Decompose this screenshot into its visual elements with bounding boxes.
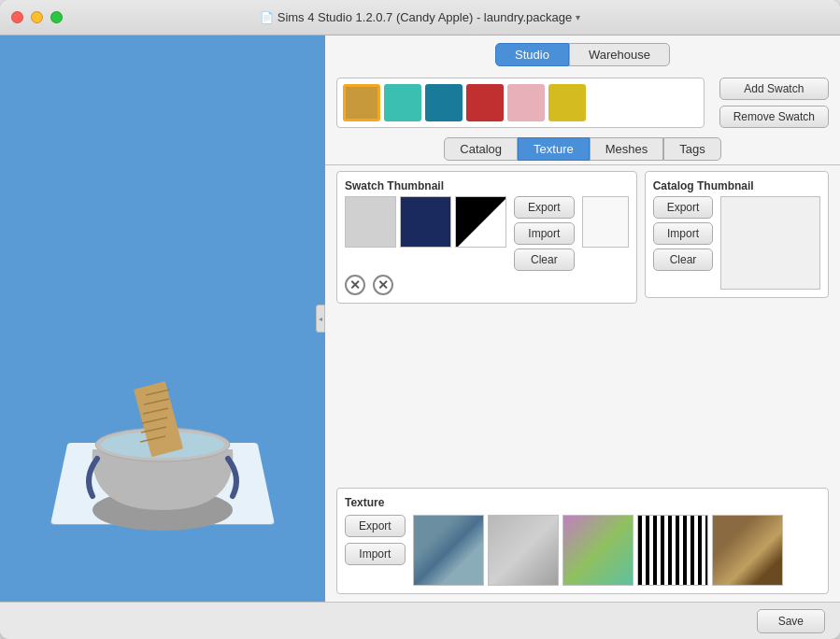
save-button[interactable]: Save [757, 609, 825, 633]
swatch-5[interactable] [507, 84, 545, 121]
right-panel: Studio Warehouse Add Swatch [325, 36, 840, 602]
tab-studio[interactable]: Studio [495, 43, 569, 66]
thumbnails-and-btns: Export Import Clear [345, 196, 629, 271]
swatch-area: Add Swatch Remove Swatch [325, 72, 840, 134]
swatch-thumbnail-title: Swatch Thumbnail [345, 179, 629, 192]
swatches-row [343, 84, 698, 121]
maximize-button[interactable] [50, 11, 63, 23]
texture-section-inner: Texture Export Import [336, 488, 829, 594]
swatch-4[interactable] [466, 84, 504, 121]
texture-tab-content: Swatch Thumbnail Export Import Clear [325, 165, 840, 488]
texture-thumb-1[interactable] [413, 515, 484, 586]
swatch-thumb-3 [455, 196, 506, 248]
texture-bottom-row: Export Import [345, 515, 820, 586]
main-content: ◂ Studio Warehouse [0, 36, 840, 602]
content-tabs: Catalog Texture Meshes Tags [325, 134, 840, 165]
swatch-import-button[interactable]: Import [514, 222, 575, 245]
remove-thumb-1-button[interactable]: ✕ [345, 275, 365, 295]
catalog-import-button[interactable]: Import [653, 222, 714, 245]
bottom-bar: Save [0, 602, 840, 639]
texture-thumbnails [413, 515, 783, 586]
swatch-thumb-2 [400, 196, 451, 248]
catalog-clear-button[interactable]: Clear [653, 248, 714, 271]
remove-swatch-button[interactable]: Remove Swatch [719, 106, 829, 128]
catalog-thumb-inner: Export Import Clear [653, 196, 820, 290]
catalog-thumbnail-box: Catalog Thumbnail Export Import Clear [645, 171, 829, 298]
texture-export-button[interactable]: Export [345, 515, 406, 537]
texture-action-buttons: Export Import [345, 515, 406, 565]
swatch-2[interactable] [384, 84, 421, 121]
preview-panel: ◂ [0, 36, 325, 602]
laundry-svg [78, 356, 247, 543]
minimize-button[interactable] [31, 11, 43, 23]
tab-meshes[interactable]: Meshes [590, 137, 664, 161]
tab-tags[interactable]: Tags [663, 137, 720, 161]
tab-texture[interactable]: Texture [518, 137, 590, 161]
window-title: 📄 Sims 4 Studio 1.2.0.7 (Candy Apple) - … [260, 10, 581, 24]
add-swatch-button[interactable]: Add Swatch [719, 78, 829, 100]
texture-thumb-5[interactable] [712, 515, 783, 586]
swatch-3[interactable] [425, 84, 463, 121]
preview-scene [0, 36, 325, 602]
catalog-btn-col: Export Import Clear [653, 196, 714, 290]
tab-warehouse[interactable]: Warehouse [569, 43, 670, 66]
texture-thumb-3[interactable] [562, 515, 634, 586]
catalog-thumbnail-section: Catalog Thumbnail Export Import Clear [645, 171, 829, 482]
top-tabs: Studio Warehouse [325, 36, 840, 72]
texture-thumb-4[interactable] [637, 515, 708, 586]
swatch-thumbnail-section: Swatch Thumbnail Export Import Clear [336, 171, 645, 482]
swatch-thumb-preview [582, 196, 629, 248]
file-icon: 📄 [260, 11, 274, 24]
traffic-lights [11, 11, 63, 23]
swatch-clear-button[interactable]: Clear [514, 248, 575, 271]
close-button[interactable] [11, 11, 23, 23]
catalog-thumbnail-title: Catalog Thumbnail [653, 179, 820, 192]
texture-section-title: Texture [345, 496, 820, 509]
texture-thumb-2[interactable] [488, 515, 559, 586]
collapse-panel-button[interactable]: ◂ [316, 305, 325, 333]
remove-circles-row: ✕ ✕ [345, 275, 629, 295]
thumbs-trio [345, 196, 506, 271]
swatch-1[interactable] [343, 84, 380, 121]
titlebar: 📄 Sims 4 Studio 1.2.0.7 (Candy Apple) - … [0, 0, 840, 36]
catalog-export-button[interactable]: Export [653, 196, 714, 219]
swatch-thumb-buttons: Export Import Clear [514, 196, 575, 271]
swatch-6[interactable] [548, 84, 586, 121]
3d-object [78, 356, 247, 546]
app-window: 📄 Sims 4 Studio 1.2.0.7 (Candy Apple) - … [0, 0, 840, 639]
texture-import-button[interactable]: Import [345, 543, 406, 565]
tab-catalog[interactable]: Catalog [444, 137, 518, 161]
swatch-thumb-1 [345, 196, 396, 248]
catalog-thumb-preview [720, 196, 820, 290]
swatch-thumbnail-box: Swatch Thumbnail Export Import Clear [336, 171, 637, 304]
swatches-container [336, 78, 705, 128]
swatch-buttons: Add Swatch Remove Swatch [719, 78, 829, 128]
swatch-export-button[interactable]: Export [514, 196, 575, 219]
texture-section: Texture Export Import [325, 488, 840, 602]
remove-thumb-2-button[interactable]: ✕ [373, 275, 393, 295]
